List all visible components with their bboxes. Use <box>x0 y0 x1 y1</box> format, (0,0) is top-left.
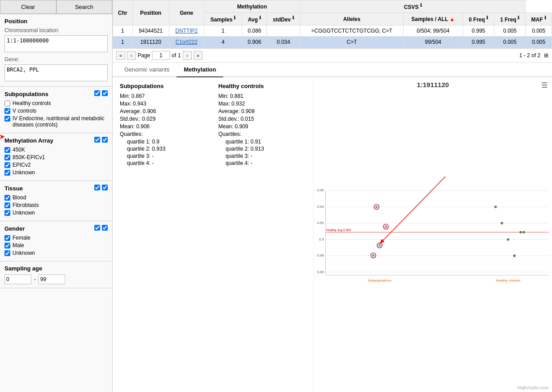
tissue-all-checkbox[interactable] <box>94 185 108 192</box>
subpop-iv-endocrine-label: IV Endocrine, nutritional and metabolic … <box>13 115 108 128</box>
col-csvs-group: CSVS ℹ <box>300 0 526 13</box>
chart-area: 1:1911120 ☰ Highcharts.com 0.96 0.94 0.9… <box>314 77 552 392</box>
pag-first-button[interactable]: « <box>116 51 125 60</box>
subpop-point-2[interactable] <box>384 225 387 228</box>
tissue-title: Tissue <box>4 185 23 192</box>
samples-info[interactable]: ℹ <box>234 15 236 20</box>
result-count: 1 - 2 of 2 <box>519 52 540 59</box>
methylation-array-all-checkbox[interactable] <box>94 137 108 144</box>
subpop-v-controls[interactable]: V controls <box>4 108 108 114</box>
stats-healthy-col: Healthy controls Min: 0.881 Max: 0.932 A… <box>219 83 307 167</box>
age-max-input[interactable] <box>38 274 65 284</box>
clear-button[interactable]: Clear <box>0 0 56 14</box>
tissue-section: Tissue Blood Fibroblasts Unknown <box>0 181 112 221</box>
gene-link[interactable]: DNTTIP2 <box>175 28 198 34</box>
subpop-iv-endocrine[interactable]: IV Endocrine, nutritional and metabolic … <box>4 115 108 128</box>
pag-next-button[interactable]: › <box>183 51 192 60</box>
freq1-info[interactable]: ℹ <box>518 15 519 20</box>
gender-title: Gender <box>4 225 25 232</box>
page-number-input[interactable] <box>152 51 170 60</box>
gene-input[interactable]: BRCA2, PPL <box>4 64 108 81</box>
col-methylation-group: Methylation <box>204 0 300 13</box>
pagination-right: 1 - 2 of 2 ⊞ <box>519 52 548 59</box>
stats-columns: Subpopulations Min: 0.867 Max: 0.943 Ave… <box>120 83 306 167</box>
stats-healthy-q2: quartile 2: 0.913 <box>226 146 307 152</box>
csvs-info-icon[interactable]: ℹ <box>420 3 422 8</box>
total-pages: 1 <box>178 52 181 59</box>
chart-arrow <box>379 177 445 244</box>
avg-info[interactable]: ℹ <box>259 15 261 20</box>
page-label: Page <box>138 52 150 59</box>
of-label: of <box>172 52 176 59</box>
gender-section: Gender Female Male Unknown <box>0 221 112 261</box>
healthy-point-4[interactable] <box>513 254 516 257</box>
y-label-090: 0.9 <box>319 237 324 241</box>
freq0-info[interactable]: ℹ <box>486 15 488 20</box>
y-label-096: 0.96 <box>317 188 324 192</box>
healthy-point-5[interactable] <box>519 231 522 234</box>
gender-unknown[interactable]: Unknown <box>4 250 108 256</box>
chromosomal-label: Chromosomal location: <box>4 27 108 34</box>
subpop-point-4[interactable] <box>372 254 375 257</box>
healthy-point-1[interactable] <box>494 206 497 208</box>
gender-female[interactable]: Female <box>4 235 108 241</box>
col-freq0: 0 Freq ℹ <box>463 13 494 25</box>
healthy-point-3[interactable] <box>507 238 510 241</box>
y-label-094: 0.94 <box>317 205 324 209</box>
position-section: Position Chromosomal location: 1:1-10000… <box>0 14 112 87</box>
healthy-point-6[interactable] <box>523 231 525 234</box>
stats-healthy-mean: Mean: 0.909 <box>219 123 307 130</box>
subpop-iv-endocrine-checkbox[interactable] <box>4 116 10 122</box>
subpopulations-section: Subpopulations Healthy controls V contro… <box>0 87 112 133</box>
subpop-healthy-controls-label: Healthy controls <box>13 100 51 106</box>
grid-icon[interactable]: ⊞ <box>544 52 548 59</box>
col-stddev: stdDev ℹ <box>267 13 300 25</box>
age-min-input[interactable] <box>4 274 31 284</box>
subpopulations-title: Subpopulations <box>4 91 48 97</box>
maf-info[interactable]: ℹ <box>544 15 546 20</box>
bottom-panel: Genomic variants Methylation Subpopulati… <box>113 63 552 392</box>
tab-genomic-variants[interactable]: Genomic variants <box>117 63 177 76</box>
pag-prev-button[interactable]: ‹ <box>127 51 136 60</box>
array-850k[interactable]: 850K-EPICv1 <box>4 154 108 160</box>
subpop-healthy-controls-checkbox[interactable] <box>4 101 10 106</box>
search-button[interactable]: Search <box>56 0 113 14</box>
stddev-info[interactable]: ℹ <box>292 15 294 20</box>
stats-healthy-min: Min: 0.881 <box>219 93 307 99</box>
gene-link[interactable]: C1orf222 <box>176 39 198 45</box>
tissue-unknown[interactable]: Unknown <box>4 210 108 216</box>
stats-subpop-max: Max: 0.943 <box>120 101 208 107</box>
y-label-092: 0.92 <box>317 221 324 225</box>
tissue-blood[interactable]: Blood <box>4 194 108 201</box>
tissue-fibroblasts[interactable]: Fibroblasts <box>4 202 108 208</box>
results-table: Chr Position Gene Methylation CSVS ℹ Sam… <box>113 0 552 48</box>
sampling-age-section: Sampling age - <box>0 261 112 288</box>
pag-last-button[interactable]: » <box>194 51 202 60</box>
subpop-healthy-controls[interactable]: Healthy controls <box>4 100 108 106</box>
stats-healthy-std: Std.dev.: 0.015 <box>219 116 307 122</box>
chart-menu-icon[interactable]: ☰ <box>541 81 548 89</box>
subpop-point-3[interactable] <box>378 244 381 247</box>
gender-all-checkbox[interactable] <box>94 225 108 232</box>
healthy-point-2[interactable] <box>501 222 503 224</box>
subpopulations-all-checkbox[interactable] <box>94 90 108 97</box>
table-row[interactable]: 11911120C1orf22240.9060.034C>T99/5040.99… <box>113 37 552 48</box>
table-row[interactable]: 194344521DNTTIP210.086>CGGGTCCTCTCTGTCGG… <box>113 25 552 37</box>
array-450k[interactable]: 450K <box>4 147 108 153</box>
col-position: Position <box>132 0 169 25</box>
gender-male[interactable]: Male <box>4 242 108 249</box>
y-label-088: 0.88 <box>317 253 324 257</box>
age-dash: - <box>34 276 36 282</box>
age-range-row: - <box>4 274 108 284</box>
chromosomal-input[interactable]: 1:1-100000000 <box>4 35 108 52</box>
array-epicv2[interactable]: EPICv2 <box>4 162 108 168</box>
subpop-point-1[interactable] <box>375 206 378 208</box>
col-freq1: 1 Freq ℹ <box>494 13 526 25</box>
tab-methylation[interactable]: Methylation <box>177 63 223 77</box>
sidebar-arrow-indicator: ➤ <box>0 132 5 141</box>
subpop-v-controls-checkbox[interactable] <box>4 108 10 114</box>
array-unknown[interactable]: Unknown <box>4 169 108 176</box>
col-maf: MAF ℹ <box>526 13 552 25</box>
col-gene: Gene <box>169 0 204 25</box>
subpop-v-controls-label: V controls <box>13 108 36 114</box>
